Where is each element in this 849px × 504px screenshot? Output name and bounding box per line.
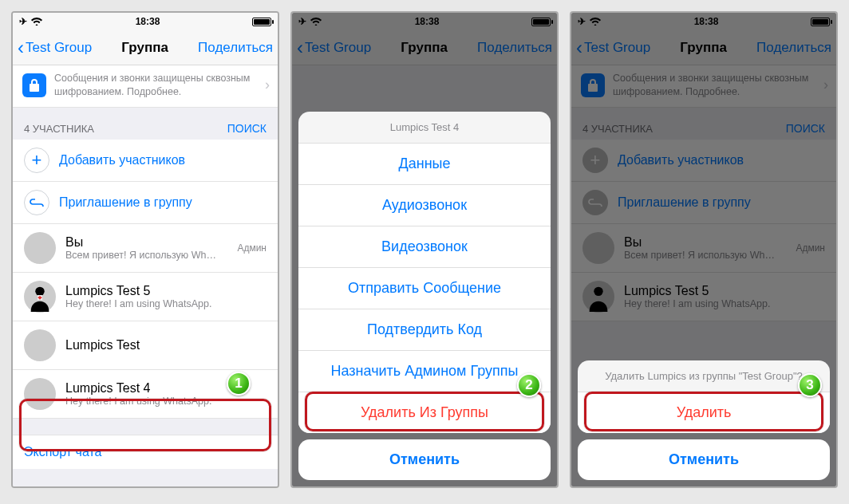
member-status: Hey there! I am using WhatsApp. [65,298,267,309]
member-name: Lumpics Test 4 [65,381,267,396]
admin-badge: Админ [237,242,267,254]
lock-icon [22,73,46,97]
confirm-cancel-button[interactable]: Отменить [578,439,830,480]
member-name: Вы [65,235,227,250]
sheet-option-info[interactable]: Данные [298,144,551,185]
status-bar: ✈︎ 18:38 [13,13,278,30]
sheet-option-remove[interactable]: Удалить Из Группы [298,392,551,433]
member-name: Lumpics Test [65,338,267,352]
sheet-cancel-button[interactable]: Отменить [298,439,551,480]
sheet-option-video-call[interactable]: Видеозвонок [298,226,551,268]
wifi-icon [30,16,43,28]
member-row-you[interactable]: Вы Всем привет! Я использую Wh… Админ [13,224,278,273]
back-button[interactable]: ‹ Test Group [18,38,92,57]
encryption-text: Сообщения и звонки защищены сквозным шиф… [54,72,257,99]
avatar-icon [24,281,56,313]
nav-bar: ‹ Test Group Группа Поделиться [13,30,278,65]
participants-count: 4 УЧАСТНИКА [24,123,94,135]
participants-header: 4 УЧАСТНИКА ПОИСК [13,108,278,140]
phone-screen-1: ✈︎ 18:38 ‹ Test Group Группа Поделиться [11,11,279,488]
member-row[interactable]: Lumpics Test [13,321,278,370]
avatar-icon [24,378,56,410]
sheet-option-make-admin[interactable]: Назначить Админом Группы [298,351,551,392]
member-row[interactable]: Lumpics Test 5 Hey there! I am using Wha… [13,273,278,321]
sheet-option-audio-call[interactable]: Аудиозвонок [298,185,551,226]
phone-screen-2: ✈︎ 18:38 ‹ Test Group Группа Поделиться … [290,11,559,488]
nav-title: Группа [121,40,168,56]
avatar-icon [24,232,56,264]
link-icon [24,190,49,215]
chevron-right-icon: › [265,77,270,93]
status-time: 18:38 [136,16,160,27]
sheet-title: Lumpics Test 4 [298,112,551,144]
add-participants-row[interactable]: + Добавить участников [13,140,278,182]
member-name: Lumpics Test 5 [65,284,267,298]
confirm-delete-button[interactable]: Удалить [578,392,830,433]
member-status: Всем привет! Я использую Wh… [65,250,227,261]
encryption-row[interactable]: Сообщения и звонки защищены сквозным шиф… [13,65,278,108]
action-sheet-overlay[interactable]: Lumpics Test 4 Данные Аудиозвонок Видеоз… [292,13,557,486]
plus-icon: + [24,148,49,173]
avatar-icon [24,329,56,361]
member-status: Hey there! I am using WhatsApp. [65,396,267,407]
export-chat-row[interactable]: Экспорт чата [13,435,278,469]
member-row-target[interactable]: Lumpics Test 4 Hey there! I am using Wha… [13,370,278,419]
chevron-left-icon: ‹ [18,38,24,57]
airplane-icon: ✈︎ [19,16,27,27]
action-sheet: Lumpics Test 4 Данные Аудиозвонок Видеоз… [298,112,551,433]
battery-icon [252,18,271,26]
confirm-title: Удалить Lumpics из группы "Test Group"? [578,360,830,392]
search-button[interactable]: ПОИСК [227,122,267,135]
confirm-sheet-overlay[interactable]: Удалить Lumpics из группы "Test Group"? … [571,13,836,486]
confirm-sheet: Удалить Lumpics из группы "Test Group"? … [578,360,830,433]
sheet-option-send-message[interactable]: Отправить Сообщение [298,268,551,309]
share-button[interactable]: Поделиться [198,40,273,56]
invite-link-row[interactable]: Приглашение в группу [13,182,278,224]
svg-point-0 [35,286,44,295]
phone-screen-3: ✈︎ 18:38 ‹ Test Group Группа Поделиться … [570,11,838,488]
sheet-option-verify-code[interactable]: Подтвердить Код [298,309,551,351]
